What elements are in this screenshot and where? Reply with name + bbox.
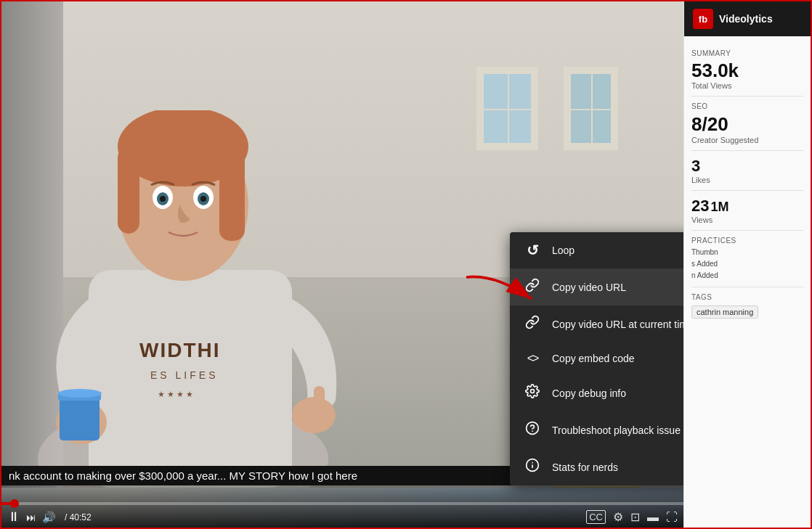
context-menu: ↺ Loop Copy video URL [510, 232, 683, 485]
svg-text:★  ★  ★  ★: ★ ★ ★ ★ [158, 390, 193, 398]
likes-label: Likes [691, 176, 803, 184]
menu-item-troubleshoot[interactable]: Troubleshoot playback issue [510, 411, 683, 448]
svg-rect-21 [314, 386, 325, 415]
window-2 [564, 67, 618, 150]
divider-1 [691, 96, 803, 97]
menu-item-debug[interactable]: Copy debug info [510, 374, 683, 411]
info-icon [524, 458, 540, 476]
debug-label: Copy debug info [552, 387, 626, 399]
seo-value: 8/20 [691, 113, 803, 136]
views-row: 23 1M [691, 197, 803, 216]
practice-3: n Added [691, 271, 803, 281]
views-label: Views [691, 216, 803, 224]
copy-url-label: Copy video URL [552, 282, 626, 293]
divider-5 [691, 287, 803, 287]
right-sidebar: fb Videolytics SUMMARY 53.0k Total Views… [683, 1, 811, 528]
practice-1: Thumbn [691, 247, 803, 258]
sidebar-header: fb Videolytics [684, 1, 811, 36]
divider-4 [691, 230, 803, 231]
loop-icon: ↺ [524, 242, 540, 259]
summary-label: SUMMARY [691, 49, 803, 57]
svg-rect-9 [219, 147, 245, 241]
link-icon-1 [524, 278, 540, 296]
practices-label: PRACTICES [691, 237, 803, 245]
likes-value: 3 [691, 157, 700, 176]
menu-item-stats[interactable]: Stats for nerds [510, 448, 683, 485]
tag-chip-1[interactable]: cathrin manning [691, 305, 758, 319]
person-svg: WIDTHI ES LIFES ★ ★ ★ ★ [23, 110, 386, 488]
divider-2 [691, 150, 803, 151]
logo-text: fb [699, 14, 707, 25]
troubleshoot-label: Troubleshoot playback issue [552, 425, 681, 436]
help-icon [524, 421, 540, 439]
sidebar-content: SUMMARY 53.0k Total Views SEO 8/20 Creat… [684, 36, 811, 528]
loop-label: Loop [552, 245, 575, 256]
practice-2: s Added [691, 259, 803, 269]
svg-point-19 [58, 389, 102, 398]
views-partial: 23 [691, 197, 709, 216]
sidebar-logo: fb [693, 9, 713, 29]
views-m: 1M [710, 200, 728, 215]
menu-item-embed[interactable]: <> Copy embed code [510, 343, 683, 374]
svg-point-15 [200, 196, 206, 202]
svg-text:ES LIFES: ES LIFES [150, 369, 218, 381]
embed-label: Copy embed code [552, 353, 635, 364]
tags-container: cathrin manning [691, 304, 803, 320]
copy-url-time-label: Copy video URL at current time [552, 319, 683, 330]
link-icon-2 [524, 315, 540, 333]
tags-label: TAGS [691, 293, 803, 301]
svg-point-14 [160, 196, 166, 202]
video-area: WIDTHI ES LIFES ★ ★ ★ ★ [1, 1, 683, 528]
likes-row: 3 [691, 157, 803, 176]
divider-3 [691, 190, 803, 191]
svg-rect-8 [118, 147, 139, 234]
stats-label: Stats for nerds [552, 462, 618, 473]
menu-item-copy-url-time[interactable]: Copy video URL at current time [510, 305, 683, 343]
gear-icon [524, 384, 540, 402]
seo-sub: Creator Suggested [691, 136, 803, 144]
menu-item-loop[interactable]: ↺ Loop [510, 232, 683, 268]
window-1 [476, 67, 538, 150]
total-views-label: Total Views [691, 81, 803, 90]
svg-point-22 [531, 390, 535, 393]
total-views-value: 53.0k [691, 60, 803, 81]
sidebar-title: Videolytics [719, 13, 773, 25]
embed-icon: <> [524, 352, 540, 365]
seo-label: SEO [691, 102, 803, 110]
svg-text:WIDTHI: WIDTHI [139, 339, 221, 361]
menu-item-copy-url[interactable]: Copy video URL [510, 268, 683, 305]
main-container: WIDTHI ES LIFES ★ ★ ★ ★ [0, 0, 812, 529]
